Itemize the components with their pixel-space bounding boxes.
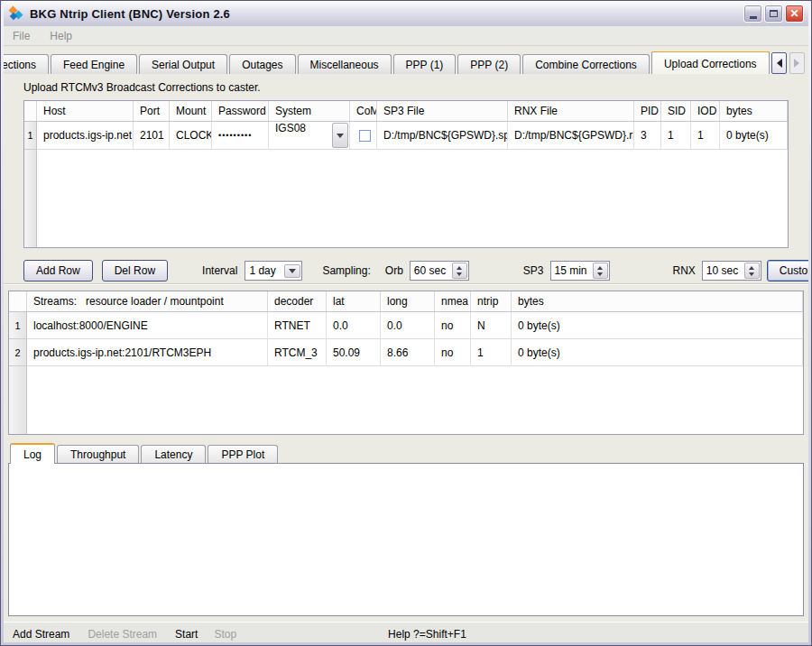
lat-cell[interactable]: 50.09: [327, 339, 381, 366]
sid-cell[interactable]: 1: [661, 122, 691, 150]
combo-dropdown-button[interactable]: [284, 264, 300, 278]
nmea-cell[interactable]: no: [435, 312, 471, 339]
mountpoint-cell[interactable]: localhost:8000/ENGINE: [27, 312, 268, 339]
col-bytes[interactable]: bytes: [512, 291, 803, 311]
close-button[interactable]: ✕: [785, 5, 804, 23]
ntrip-cell[interactable]: N: [471, 312, 512, 339]
decoder-cell[interactable]: RTNET: [268, 312, 327, 339]
row-number[interactable]: 1: [24, 122, 37, 150]
sp3-spinbox[interactable]: 15 min: [550, 261, 610, 281]
password-cell[interactable]: •••••••••: [212, 122, 269, 150]
host-cell[interactable]: products.igs-ip.net: [37, 122, 134, 150]
menu-file[interactable]: File: [13, 30, 30, 42]
stream-row[interactable]: 1 localhost:8000/ENGINE RTNET 0.0 0.0 no…: [9, 312, 803, 339]
com-cell: [350, 122, 377, 150]
col-lat[interactable]: lat: [327, 291, 381, 311]
log-output[interactable]: [8, 463, 804, 616]
tab-ppp-plot[interactable]: PPP Plot: [208, 445, 278, 463]
combo-dropdown-button[interactable]: [332, 123, 348, 148]
system-value: IGS08: [275, 122, 306, 149]
col-sid[interactable]: SID: [661, 101, 691, 121]
spinner-buttons[interactable]: [452, 263, 467, 279]
tab-outages[interactable]: Outages: [229, 54, 295, 74]
tab-combine-corrections[interactable]: Combine Corrections: [522, 54, 650, 74]
table-row: 1 products.igs-ip.net 2101 CLOCK •••••••…: [24, 122, 788, 150]
sp3-label: SP3: [523, 264, 544, 277]
col-sp3-file[interactable]: SP3 File: [377, 101, 508, 121]
orb-label: Orb: [385, 264, 403, 277]
interval-combobox[interactable]: 1 day: [245, 261, 302, 281]
col-mountpoint[interactable]: Streams: resource loader / mountpoint: [27, 291, 268, 311]
system-combobox[interactable]: IGS08: [269, 122, 350, 150]
col-mount[interactable]: Mount: [170, 101, 212, 121]
tab-miscellaneous[interactable]: Miscellaneous: [298, 54, 392, 74]
sp3-file-cell[interactable]: D:/tmp/BNC${GPSWD}.sp3: [377, 122, 508, 150]
bytes-cell[interactable]: 0 byte(s): [512, 339, 803, 366]
com-checkbox[interactable]: [359, 130, 371, 142]
lat-cell[interactable]: 0.0: [327, 312, 381, 339]
col-host[interactable]: Host: [37, 101, 134, 121]
maximize-button[interactable]: [764, 5, 783, 23]
streams-table: Streams: resource loader / mountpoint de…: [8, 291, 804, 435]
del-row-button[interactable]: Del Row: [102, 260, 168, 281]
custom-trafo-button[interactable]: Custom Trafo: [767, 260, 808, 281]
tab-ppp-2[interactable]: PPP (2): [457, 54, 521, 74]
long-cell[interactable]: 0.0: [381, 312, 435, 339]
tab-serial-output[interactable]: Serial Output: [139, 54, 227, 74]
col-pid[interactable]: PID: [634, 101, 661, 121]
bytes-cell[interactable]: 0 byte(s): [512, 312, 803, 339]
upload-table-header: Host Port Mount Password System CoM SP3 …: [24, 101, 788, 122]
col-iod[interactable]: IOD: [691, 101, 720, 121]
help-shortcut-label[interactable]: Help ?=Shift+F1: [388, 628, 466, 641]
col-port[interactable]: Port: [134, 101, 170, 121]
minimize-button[interactable]: [743, 5, 762, 23]
tab-throughput[interactable]: Throughput: [57, 445, 139, 463]
iod-cell[interactable]: 1: [691, 122, 720, 150]
tab-log[interactable]: Log: [10, 443, 55, 464]
add-stream-action[interactable]: Add Stream: [13, 628, 69, 641]
spinner-buttons[interactable]: [593, 263, 608, 279]
tab-ppp-1[interactable]: PPP (1): [393, 54, 457, 74]
col-long[interactable]: long: [381, 291, 435, 311]
mountpoint-cell[interactable]: products.igs-ip.net:2101/RTCM3EPH: [27, 339, 268, 366]
col-decoder[interactable]: decoder: [268, 291, 327, 311]
nmea-cell[interactable]: no: [435, 339, 471, 366]
row-number[interactable]: 2: [9, 339, 27, 366]
bytes-cell[interactable]: 0 byte(s): [720, 122, 788, 150]
col-bytes[interactable]: bytes: [720, 101, 788, 121]
col-system[interactable]: System: [269, 101, 350, 121]
tab-latency[interactable]: Latency: [141, 445, 206, 463]
menu-help[interactable]: Help: [50, 30, 72, 42]
orb-spinbox[interactable]: 60 sec: [410, 261, 469, 281]
col-password[interactable]: Password: [212, 101, 269, 121]
col-com[interactable]: CoM: [350, 101, 377, 121]
corner-header: [24, 101, 37, 121]
mount-cell[interactable]: CLOCK: [170, 122, 212, 150]
decoder-cell[interactable]: RTCM_3: [268, 339, 327, 366]
rnx-spinbox[interactable]: 10 sec: [702, 261, 761, 281]
row-number[interactable]: 1: [9, 312, 27, 339]
titlebar[interactable]: BKG Ntrip Client (BNC) Version 2.6 ✕: [4, 1, 808, 26]
tab-corrections[interactable]: rections: [4, 54, 49, 74]
streams-section: Streams: resource loader / mountpoint de…: [8, 291, 804, 435]
tab-scroll-left-button[interactable]: [771, 52, 787, 74]
tab-feed-engine[interactable]: Feed Engine: [51, 54, 137, 74]
col-ntrip[interactable]: ntrip: [471, 291, 512, 311]
ntrip-cell[interactable]: 1: [471, 339, 512, 366]
port-cell[interactable]: 2101: [134, 122, 170, 150]
chevron-down-icon: [337, 134, 344, 142]
long-cell[interactable]: 8.66: [381, 339, 435, 366]
interval-value: 1 day: [245, 264, 275, 277]
col-nmea[interactable]: nmea: [435, 291, 471, 311]
rnx-file-cell[interactable]: D:/tmp/BNC${GPSWD}.rnx: [508, 122, 634, 150]
pid-cell[interactable]: 3: [634, 122, 661, 150]
minimize-icon: [750, 16, 757, 19]
col-rnx-file[interactable]: RNX File: [508, 101, 634, 121]
start-action[interactable]: Start: [175, 628, 198, 641]
bottom-bar: Add Stream Delete Stream Start Stop Help…: [4, 622, 808, 642]
add-row-button[interactable]: Add Row: [23, 260, 93, 281]
spin-down-icon: [457, 272, 462, 279]
tab-upload-corrections[interactable]: Upload Corrections: [651, 51, 770, 74]
stream-row[interactable]: 2 products.igs-ip.net:2101/RTCM3EPH RTCM…: [9, 339, 803, 366]
spinner-buttons[interactable]: [744, 263, 760, 279]
